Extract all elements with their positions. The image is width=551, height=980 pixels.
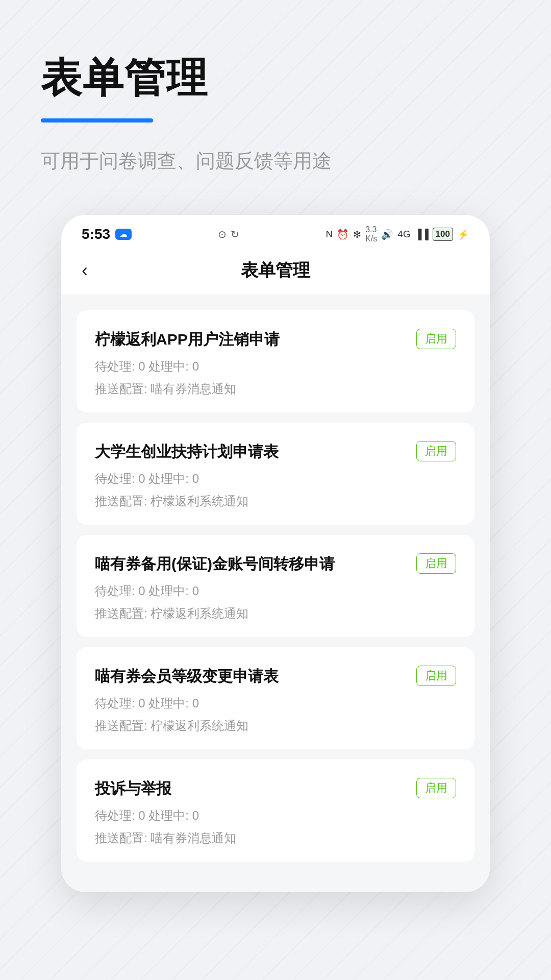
phone-mockup: 5:53 ☁ ⊙ ↻ N ⏰ ✻ 3.3K/s 🔊 4G ▐▐ 100 [61,215,490,892]
item-title: 大学生创业扶持计划申请表 [95,441,406,462]
list-item[interactable]: 柠檬返利APP用户注销申请 启用 待处理: 0 处理中: 0 推送配置: 喵有券… [77,310,474,412]
list-item-header: 喵有券会员等级变更申请表 启用 [95,666,456,687]
status-center-icons: ⊙ ↻ [218,228,239,240]
list-item[interactable]: 投诉与举报 启用 待处理: 0 处理中: 0 推送配置: 喵有券消息通知 [77,760,474,862]
item-push: 推送配置: 喵有券消息通知 [95,830,456,846]
list-item[interactable]: 喵有券备用(保证)金账号间转移申请 启用 待处理: 0 处理中: 0 推送配置:… [77,535,474,637]
page-title: 表单管理 [41,51,510,106]
page-subtitle: 可用于问卷调查、问题反馈等用途 [41,148,510,174]
item-stats: 待处理: 0 处理中: 0 [95,807,456,824]
status-time: 5:53 ☁ [82,226,132,242]
status-right-icons: N ⏰ ✻ 3.3K/s 🔊 4G ▐▐ 100 ⚡ [325,225,469,243]
item-push: 推送配置: 喵有券消息通知 [95,381,456,397]
item-title: 投诉与举报 [95,778,406,799]
list-item-header: 投诉与举报 启用 [95,778,456,799]
list-item[interactable]: 喵有券会员等级变更申请表 启用 待处理: 0 处理中: 0 推送配置: 柠檬返利… [77,647,474,749]
item-push: 推送配置: 柠檬返利系统通知 [95,718,456,734]
battery-icon: 100 [433,228,453,241]
nav-bar: ‹ 表单管理 [61,249,490,295]
item-stats: 待处理: 0 处理中: 0 [95,358,456,375]
status-badge: 启用 [416,778,456,798]
status-badge: 启用 [416,666,456,686]
back-button[interactable]: ‹ [82,260,88,281]
item-title: 喵有券备用(保证)金账号间转移申请 [95,553,406,575]
item-push: 推送配置: 柠檬返利系统通知 [95,493,456,509]
list-item[interactable]: 大学生创业扶持计划申请表 启用 待处理: 0 处理中: 0 推送配置: 柠檬返利… [77,423,474,525]
status-badge: 启用 [416,553,456,574]
status-badge: 启用 [416,441,456,461]
status-cloud-badge: ☁ [115,229,132,240]
list-content: 柠檬返利APP用户注销申请 启用 待处理: 0 处理中: 0 推送配置: 喵有券… [61,295,490,892]
list-item-header: 喵有券备用(保证)金账号间转移申请 启用 [95,553,456,575]
item-stats: 待处理: 0 处理中: 0 [95,583,456,599]
nav-title: 表单管理 [241,259,310,282]
item-title: 喵有券会员等级变更申请表 [95,666,406,687]
item-stats: 待处理: 0 处理中: 0 [95,471,456,487]
list-item-header: 大学生创业扶持计划申请表 启用 [95,441,456,462]
status-bar: 5:53 ☁ ⊙ ↻ N ⏰ ✻ 3.3K/s 🔊 4G ▐▐ 100 [61,215,490,249]
title-underline [41,118,153,122]
list-item-header: 柠檬返利APP用户注销申请 启用 [95,329,456,350]
item-stats: 待处理: 0 处理中: 0 [95,695,456,712]
item-title: 柠檬返利APP用户注销申请 [95,329,406,350]
item-push: 推送配置: 柠檬返利系统通知 [95,605,456,622]
status-badge: 启用 [416,329,456,349]
